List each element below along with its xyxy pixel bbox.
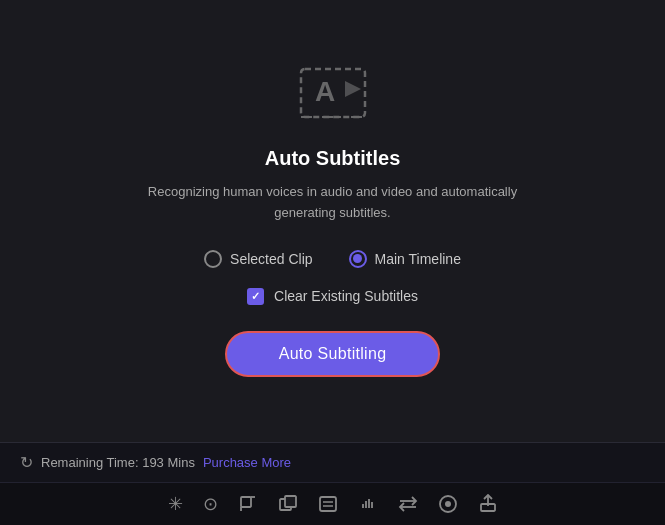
audio-icon[interactable] [358, 494, 378, 514]
checkbox-label: Clear Existing Subtitles [274, 288, 418, 304]
radio-outer-selected-clip [204, 250, 222, 268]
svg-marker-2 [345, 81, 361, 97]
toolbar: ✳ ⊙ [0, 482, 665, 525]
page-title: Auto Subtitles [265, 147, 401, 170]
page-description: Recognizing human voices in audio and vi… [123, 182, 543, 224]
radio-group: Selected Clip Main Timeline [204, 250, 461, 268]
radio-label-selected-clip: Selected Clip [230, 251, 313, 267]
radio-selected-clip[interactable]: Selected Clip [204, 250, 313, 268]
bottom-bar: ↻ Remaining Time: 193 Mins Purchase More [0, 442, 665, 482]
radio-main-timeline[interactable]: Main Timeline [349, 250, 461, 268]
main-content: A Auto Subtitles Recognizing human voice… [0, 0, 665, 442]
checkbox-row[interactable]: ✓ Clear Existing Subtitles [247, 288, 418, 305]
svg-rect-10 [320, 497, 336, 511]
asterisk-icon[interactable]: ✳ [168, 493, 183, 515]
record-icon[interactable] [438, 494, 458, 514]
svg-rect-9 [285, 496, 296, 507]
arrows-icon[interactable] [398, 494, 418, 514]
clone-icon[interactable] [278, 494, 298, 514]
refresh-icon: ↻ [20, 453, 33, 472]
icon-container: A [293, 65, 373, 129]
speedometer-icon[interactable]: ⊙ [203, 493, 218, 515]
purchase-more-link[interactable]: Purchase More [203, 455, 291, 470]
svg-point-20 [445, 501, 451, 507]
crop-icon[interactable] [238, 494, 258, 514]
export-icon[interactable] [478, 494, 498, 514]
remaining-time-text: Remaining Time: 193 Mins [41, 455, 195, 470]
list-icon[interactable] [318, 494, 338, 514]
radio-inner-main-timeline [353, 254, 362, 263]
auto-subtitles-icon: A [293, 65, 373, 125]
checkbox-checkmark: ✓ [251, 290, 260, 303]
svg-rect-5 [241, 497, 251, 507]
checkbox-clear-subtitles[interactable]: ✓ [247, 288, 264, 305]
radio-outer-main-timeline [349, 250, 367, 268]
auto-subtitling-button[interactable]: Auto Subtitling [225, 331, 441, 377]
svg-text:A: A [315, 76, 335, 107]
radio-label-main-timeline: Main Timeline [375, 251, 461, 267]
